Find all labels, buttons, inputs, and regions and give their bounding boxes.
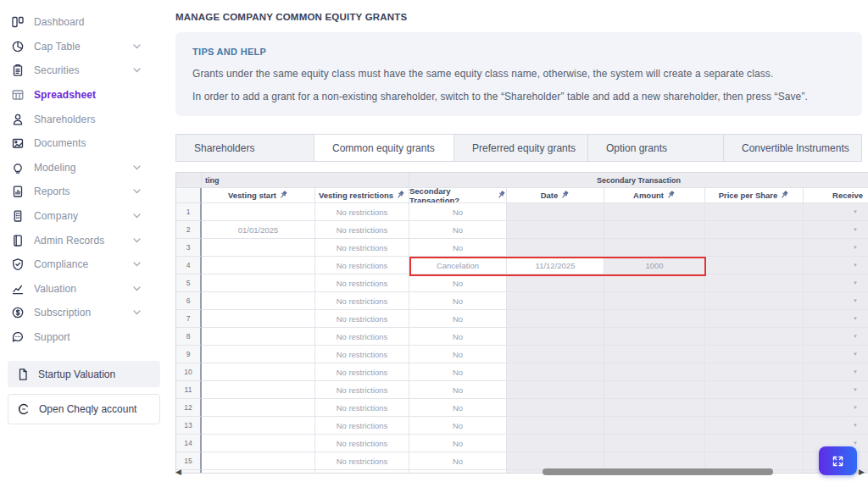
sidebar-item-securities[interactable]: Securities xyxy=(0,58,170,83)
tab-convertible-instruments[interactable]: Convertible Instruments xyxy=(724,134,862,162)
cell-price-per-share[interactable] xyxy=(705,292,804,310)
sidebar-item-documents[interactable]: Documents xyxy=(0,131,170,156)
sidebar-item-spreadsheet[interactable]: Spreadsheet xyxy=(0,83,170,108)
cell-price-per-share[interactable] xyxy=(705,417,804,435)
cell-secondary-transaction[interactable]: No xyxy=(409,363,507,381)
pin-icon[interactable] xyxy=(781,191,789,200)
cell-vesting-start[interactable] xyxy=(202,328,315,346)
dropdown-arrow-icon[interactable]: ▼ xyxy=(853,405,858,410)
row-number[interactable]: 14 xyxy=(176,435,202,452)
cell-receive[interactable]: ▼ xyxy=(804,257,868,274)
scrollbar-thumb[interactable] xyxy=(542,468,773,475)
sidebar-item-dashboard[interactable]: Dashboard xyxy=(0,10,170,35)
header-price-per-share[interactable]: Price per Share xyxy=(705,188,804,203)
cell-price-per-share[interactable] xyxy=(705,257,804,274)
cell-price-per-share[interactable] xyxy=(705,435,804,452)
row-number[interactable]: 12 xyxy=(176,399,202,417)
header-date[interactable]: Date xyxy=(507,188,604,203)
dropdown-arrow-icon[interactable]: ▼ xyxy=(853,440,858,446)
row-number[interactable]: 8 xyxy=(176,328,202,346)
sidebar-item-modeling[interactable]: Modeling xyxy=(0,156,170,180)
cell-secondary-transaction[interactable]: No xyxy=(409,435,507,452)
cell-vesting-restrictions[interactable]: No restrictions xyxy=(315,274,409,292)
cell-vesting-start[interactable] xyxy=(202,381,315,399)
cell-vesting-start[interactable] xyxy=(202,274,315,292)
cell-receive[interactable]: ▼ xyxy=(804,310,868,328)
cell-amount[interactable] xyxy=(604,221,705,239)
cell-vesting-restrictions[interactable]: No restrictions xyxy=(315,239,409,257)
cell-vesting-start[interactable] xyxy=(202,239,315,257)
cell-secondary-transaction[interactable]: No xyxy=(409,417,507,435)
cell-amount[interactable] xyxy=(604,435,705,452)
pin-icon[interactable] xyxy=(561,191,570,200)
row-number[interactable]: 10 xyxy=(176,363,202,381)
cell-vesting-start[interactable] xyxy=(202,292,315,310)
cell-date[interactable] xyxy=(507,399,604,417)
cell-price-per-share[interactable] xyxy=(705,346,804,363)
dropdown-arrow-icon[interactable]: ▼ xyxy=(853,334,858,339)
cell-vesting-restrictions[interactable]: No restrictions xyxy=(315,435,409,452)
cell-receive[interactable]: ▼ xyxy=(804,399,868,417)
header-receive[interactable]: Receive xyxy=(804,188,868,203)
tab-preferred-equity-grants[interactable]: Preferred equity grants xyxy=(454,134,588,162)
sidebar-item-support[interactable]: Support xyxy=(0,325,170,350)
cell-date[interactable] xyxy=(507,363,604,381)
header-amount[interactable]: Amount xyxy=(604,188,705,203)
cell-price-per-share[interactable] xyxy=(705,221,804,239)
cell-vesting-start[interactable] xyxy=(202,346,315,363)
row-number[interactable]: 2 xyxy=(176,221,202,239)
sidebar-item-subscription[interactable]: Subscription xyxy=(0,301,170,325)
dropdown-arrow-icon[interactable]: ▼ xyxy=(853,245,858,250)
pin-icon[interactable] xyxy=(667,191,676,200)
cell-receive[interactable]: ▼ xyxy=(804,328,868,346)
cell-secondary-transaction[interactable]: No xyxy=(409,310,507,328)
sidebar-item-admin-records[interactable]: Admin Records xyxy=(0,228,170,252)
cell-vesting-restrictions[interactable]: No restrictions xyxy=(315,257,409,274)
cell-secondary-transaction[interactable]: No xyxy=(409,239,507,257)
cell-vesting-start[interactable] xyxy=(202,310,315,328)
cell-receive[interactable]: ▼ xyxy=(804,381,868,399)
cell-price-per-share[interactable] xyxy=(705,203,804,221)
cell-date[interactable] xyxy=(507,274,604,292)
cell-amount[interactable] xyxy=(604,363,705,381)
cell-vesting-restrictions[interactable]: No restrictions xyxy=(315,203,409,221)
cell-date[interactable] xyxy=(507,221,604,239)
cell-receive[interactable]: ▼ xyxy=(804,363,868,381)
dropdown-arrow-icon[interactable]: ▼ xyxy=(853,369,858,374)
row-number[interactable]: 11 xyxy=(176,381,202,399)
tab-shareholders[interactable]: Shareholders xyxy=(175,134,314,162)
sidebar-item-reports[interactable]: Reports xyxy=(0,180,170,204)
pin-icon[interactable] xyxy=(397,191,405,200)
cell-receive[interactable]: ▼ xyxy=(804,346,868,363)
cell-amount[interactable] xyxy=(604,417,705,435)
sidebar-item-shareholders[interactable]: Shareholders xyxy=(0,107,170,131)
cell-date[interactable] xyxy=(507,328,604,346)
sidebar-item-company[interactable]: Company xyxy=(0,204,170,229)
row-number[interactable]: 4 xyxy=(176,257,202,274)
cell-vesting-restrictions[interactable]: No restrictions xyxy=(315,292,409,310)
cell-receive[interactable]: ▼ xyxy=(804,292,868,310)
row-number[interactable]: 7 xyxy=(176,310,202,328)
row-number[interactable]: 13 xyxy=(176,417,202,435)
cell-vesting-start[interactable]: 01/01/2025 xyxy=(202,221,315,239)
row-number[interactable]: 1 xyxy=(176,203,202,221)
pin-icon[interactable] xyxy=(280,191,288,200)
cell-receive[interactable]: ▼ xyxy=(804,239,868,257)
cell-vesting-start[interactable] xyxy=(202,257,315,274)
cell-vesting-restrictions[interactable]: No restrictions xyxy=(315,346,409,363)
dropdown-arrow-icon[interactable]: ▼ xyxy=(853,263,858,268)
cell-amount[interactable] xyxy=(604,203,705,221)
dropdown-arrow-icon[interactable]: ▼ xyxy=(853,227,858,232)
sidebar-item-cap-table[interactable]: Cap Table xyxy=(0,35,170,59)
dropdown-arrow-icon[interactable]: ▼ xyxy=(853,298,858,303)
cell-vesting-start[interactable] xyxy=(202,435,315,452)
cell-vesting-start[interactable] xyxy=(202,399,315,417)
row-number[interactable]: 5 xyxy=(176,274,202,292)
cell-price-per-share[interactable] xyxy=(705,328,804,346)
cell-secondary-transaction[interactable]: No xyxy=(409,274,507,292)
header-vesting-start[interactable]: Vesting start xyxy=(202,188,315,203)
cell-secondary-transaction[interactable]: No xyxy=(409,221,507,239)
cell-vesting-start[interactable] xyxy=(202,203,315,221)
cell-vesting-restrictions[interactable]: No restrictions xyxy=(315,310,409,328)
cell-receive[interactable]: ▼ xyxy=(804,221,868,239)
